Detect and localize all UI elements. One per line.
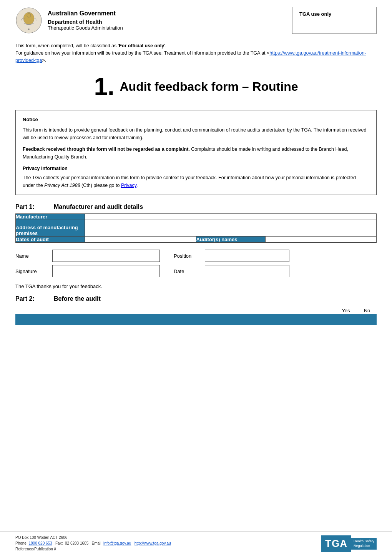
name-label: Name xyxy=(15,253,46,259)
part1-heading: Part 1: Manufacturer and audit details xyxy=(0,200,392,213)
footer-fax: 02 6203 1605 xyxy=(65,541,88,545)
tga-use-only-box: TGA use only xyxy=(292,7,377,34)
privacy-text: The TGA collects your personal informati… xyxy=(23,174,369,189)
info-paragraph-2: For guidance on how your information wil… xyxy=(15,50,377,64)
tga-use-only-label: TGA use only xyxy=(299,11,369,17)
table-row-manufacturer: Manufacturer xyxy=(16,214,377,220)
footer-right: TGA Health Safety Regulation xyxy=(321,535,377,552)
logo-area: ★ Australian Government Department of He… xyxy=(15,7,284,34)
manufacturer-input[interactable] xyxy=(85,214,376,220)
dept-title: Department of Health xyxy=(48,19,123,25)
footer-website-link[interactable]: http://www.tga.gov.au xyxy=(135,541,171,545)
table-row-address: Address of manufacturing premises xyxy=(16,220,377,237)
title-number: 1. xyxy=(94,72,114,101)
signature-input-box[interactable] xyxy=(52,265,160,277)
footer: PO Box 100 Woden ACT 2606 Phone 1800 020… xyxy=(0,531,392,555)
footer-phone-link[interactable]: 1800 020 653 xyxy=(28,541,52,545)
tga-logo-subtitle: Health Safety Regulation xyxy=(351,538,377,550)
footer-po-box: PO Box 100 Woden ACT 2606 xyxy=(15,535,171,540)
footer-left: PO Box 100 Woden ACT 2606 Phone 1800 020… xyxy=(15,535,171,552)
part2-label: Part 2: xyxy=(15,295,46,302)
auditors-label: Auditor(s) names xyxy=(196,237,265,243)
table-row-dates-auditor: Dates of audit Auditor(s) names xyxy=(16,237,377,243)
footer-email-link[interactable]: info@tga.gov.au xyxy=(103,541,131,545)
dates-input-cell[interactable] xyxy=(85,237,196,243)
notice-bold-text: Feedback received through this form will… xyxy=(23,147,190,152)
fax-label: Fax: xyxy=(55,541,63,545)
footer-ref: Reference/Publication # xyxy=(15,546,171,552)
thanks-text: The TGA thanks you for your feedback. xyxy=(0,280,392,292)
manufacturer-input-cell[interactable] xyxy=(85,214,377,220)
main-title-section: 1. Audit feedback form – Routine xyxy=(0,65,392,105)
signature-section: Name Position Signature Date xyxy=(15,250,377,277)
title-text: Audit feedback form – Routine xyxy=(120,80,298,94)
no-label: No xyxy=(357,308,377,313)
tga-info-link[interactable]: https://www.tga.gov.au/treatment-informa… xyxy=(15,50,366,63)
info-text-section: This form, when completed, will be class… xyxy=(0,38,392,65)
signature-row: Signature Date xyxy=(15,265,377,277)
part1-title: Manufacturer and audit details xyxy=(54,203,143,210)
notice-paragraph-2: Feedback received through this form will… xyxy=(23,145,369,161)
tga-logo-text: TGA xyxy=(321,535,351,552)
notice-title: Notice xyxy=(23,116,369,124)
header-section: ★ Australian Government Department of He… xyxy=(0,0,392,38)
dates-input[interactable] xyxy=(85,237,196,242)
privacy-act-italic: Privacy Act 1988 xyxy=(44,183,80,188)
svg-point-2 xyxy=(27,13,31,17)
part2-title: Before the audit xyxy=(54,295,101,302)
details-table: Manufacturer Address of manufacturing pr… xyxy=(15,213,377,243)
privacy-title: Privacy Information xyxy=(23,165,369,172)
address-label: Address of manufacturing premises xyxy=(16,220,85,237)
yes-label: Yes xyxy=(334,308,357,313)
phone-label: Phone xyxy=(15,541,27,545)
manufacturer-label: Manufacturer xyxy=(16,214,85,220)
tga-logo: TGA Health Safety Regulation xyxy=(321,535,377,552)
privacy-link[interactable]: Privacy xyxy=(121,183,136,188)
date-input-box[interactable] xyxy=(205,265,289,277)
tga-subtitle: Therapeutic Goods Administration xyxy=(48,25,123,31)
part2-heading: Part 2: Before the audit xyxy=(0,292,392,305)
header-text: Australian Government Department of Heal… xyxy=(48,10,123,31)
notice-paragraph-1: This form is intended to provide general… xyxy=(23,126,369,142)
name-input-box[interactable] xyxy=(52,250,160,262)
yes-no-header: Yes No xyxy=(0,308,392,314)
email-label: Email xyxy=(92,541,101,545)
svg-text:★: ★ xyxy=(28,28,30,30)
position-input-box[interactable] xyxy=(205,250,289,262)
position-label: Position xyxy=(174,253,199,259)
auditors-input[interactable] xyxy=(266,237,377,242)
official-use-bold: For official use only xyxy=(119,43,164,48)
dates-label: Dates of audit xyxy=(16,237,85,243)
address-input-cell[interactable] xyxy=(85,220,377,237)
coat-of-arms-icon: ★ xyxy=(15,7,42,34)
date-label: Date xyxy=(174,268,199,274)
signature-label: Signature xyxy=(15,268,46,274)
auditors-input-cell[interactable] xyxy=(265,237,377,243)
info-paragraph-1: This form, when completed, will be class… xyxy=(15,42,377,50)
gov-title: Australian Government xyxy=(48,10,123,17)
name-row: Name Position xyxy=(15,250,377,262)
notice-box: Notice This form is intended to provide … xyxy=(15,110,377,195)
teal-banner-row xyxy=(15,314,377,325)
part1-label: Part 1: xyxy=(15,203,46,210)
address-input[interactable] xyxy=(85,220,376,226)
footer-contact: Phone 1800 020 653 Fax: 02 6203 1605 Ema… xyxy=(15,540,171,546)
